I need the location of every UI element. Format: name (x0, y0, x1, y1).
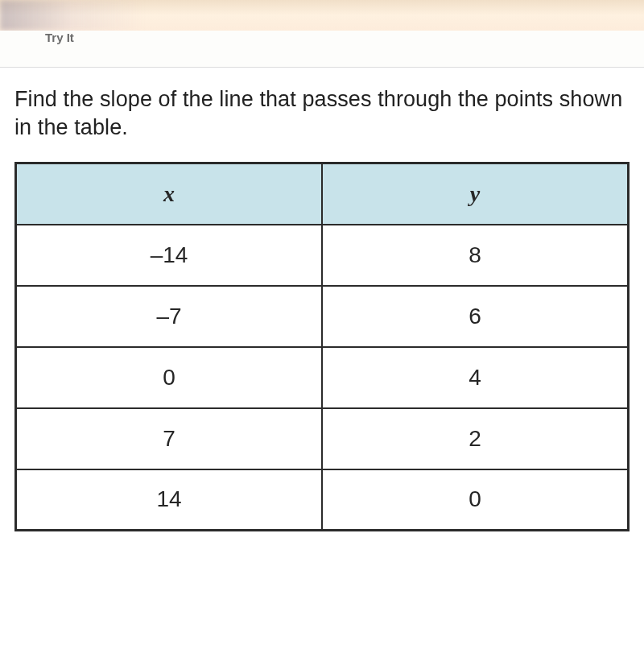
cell-x: –14 (16, 225, 323, 286)
cell-x: 7 (16, 408, 323, 469)
table-header-row: x y (16, 163, 629, 225)
table-row: 7 2 (16, 408, 629, 469)
points-table: x y –14 8 –7 6 0 4 7 2 14 0 (14, 162, 630, 531)
page-header: Try It (0, 31, 644, 68)
content-area: Find the slope of the line that passes t… (0, 68, 644, 531)
try-it-label: Try It (45, 31, 74, 44)
cell-y: 4 (322, 347, 629, 408)
column-header-y: y (322, 163, 629, 225)
table-row: –14 8 (16, 225, 629, 286)
cell-y: 8 (322, 225, 629, 286)
cell-x: 14 (16, 469, 323, 531)
cell-x: 0 (16, 347, 323, 408)
table-row: –7 6 (16, 286, 629, 347)
question-prompt: Find the slope of the line that passes t… (14, 85, 630, 141)
blur-decoration (0, 0, 145, 31)
cell-y: 0 (322, 469, 629, 531)
cell-x: –7 (16, 286, 323, 347)
table-row: 14 0 (16, 469, 629, 531)
column-header-x: x (16, 163, 323, 225)
table-row: 0 4 (16, 347, 629, 408)
cell-y: 2 (322, 408, 629, 469)
browser-top-bar (0, 0, 644, 31)
cell-y: 6 (322, 286, 629, 347)
